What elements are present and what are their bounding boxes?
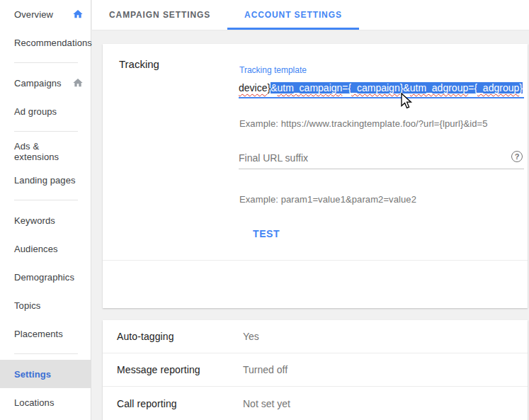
sidebar-item-label: Ad groups	[14, 106, 57, 117]
sidebar-item-label: Ads & extensions	[14, 141, 84, 162]
sidebar-item-label: Keywords	[14, 215, 55, 226]
account-settings-card: Auto-tagging Yes Message reporting Turne…	[103, 320, 528, 420]
final-url-suffix-example: Example: param1=value1&param2=value2	[239, 194, 416, 205]
input-text-part: _campaign	[351, 82, 400, 93]
sidebar-nav: Overview Recommendations Campaigns Ad gr…	[0, 0, 91, 420]
input-text-part: &	[271, 82, 277, 93]
sidebar-item-demographics[interactable]: Demographics	[0, 263, 91, 291]
tracking-card: Tracking Tracking template device}&utm_c…	[103, 44, 528, 308]
sidebar-divider	[14, 353, 78, 354]
tab-account-settings[interactable]: ACCOUNT SETTINGS	[227, 0, 359, 30]
sidebar-item-audiences[interactable]: Audiences	[0, 234, 91, 263]
home-icon	[72, 8, 84, 20]
settings-tab-bar: CAMPAIGN SETTINGS ACCOUNT SETTINGS	[92, 0, 529, 30]
sidebar-item-locations[interactable]: Locations	[0, 388, 91, 416]
final-url-suffix-field[interactable]: Final URL suffix ?	[239, 149, 524, 169]
help-icon[interactable]: ?	[511, 151, 523, 162]
sidebar-item-campaigns[interactable]: Campaigns	[0, 69, 91, 97]
card-divider	[103, 260, 528, 261]
sidebar-item-keywords[interactable]: Keywords	[0, 206, 91, 234]
input-text-part: ={	[468, 82, 477, 93]
sidebar-item-label: Landing pages	[14, 175, 76, 186]
home-icon	[72, 77, 84, 89]
input-text-part: _adgroup	[477, 82, 519, 93]
setting-value: Not set yet	[243, 398, 290, 409]
sidebar-item-label: Placements	[14, 329, 63, 339]
sidebar-item-overview[interactable]: Overview	[0, 0, 91, 28]
sidebar-item-landing-pages[interactable]: Landing pages	[0, 166, 91, 194]
auto-tagging-row[interactable]: Auto-tagging Yes	[103, 320, 528, 353]
input-text-part: device	[239, 82, 267, 93]
sidebar-item-label: Locations	[14, 397, 55, 408]
tracking-template-example: Example: https://www.trackingtemplate.fo…	[239, 118, 488, 129]
sidebar-item-ad-groups[interactable]: Ad groups	[0, 97, 91, 125]
sidebar-item-topics[interactable]: Topics	[0, 291, 91, 319]
test-button[interactable]: TEST	[241, 221, 291, 246]
sidebar-item-placements[interactable]: Placements	[0, 319, 91, 348]
google-ads-settings-page: Overview Recommendations Campaigns Ad gr…	[0, 0, 529, 420]
sidebar-item-recommendations[interactable]: Recommendations	[0, 28, 91, 57]
call-reporting-row[interactable]: Call reporting Not set yet	[103, 387, 528, 420]
sidebar-item-label: Settings	[14, 369, 51, 380]
tracking-section-title: Tracking	[119, 58, 159, 70]
input-text-part: ={	[342, 82, 351, 93]
sidebar-item-label: Topics	[14, 300, 40, 311]
sidebar-item-label: Recommendations	[14, 38, 92, 48]
tracking-template-label: Tracking template	[239, 65, 307, 75]
tracking-template-input[interactable]: device}&utm_campaign={_campaign}&utm_adg…	[239, 79, 524, 98]
setting-value: Yes	[243, 331, 259, 342]
tab-campaign-settings[interactable]: CAMPAIGN SETTINGS	[92, 0, 227, 30]
sidebar-item-label: Overview	[14, 9, 53, 20]
final-url-suffix-placeholder: Final URL suffix	[239, 152, 308, 164]
input-text-part: utm_campaign	[278, 82, 343, 93]
setting-label: Message reporting	[117, 364, 243, 375]
sidebar-item-label: Audiences	[14, 244, 58, 254]
sidebar-divider	[14, 200, 78, 200]
sidebar-item-settings[interactable]: Settings	[0, 360, 91, 388]
sidebar-item-label: Demographics	[14, 272, 74, 283]
sidebar-item-label: Campaigns	[14, 78, 62, 89]
sidebar-divider	[14, 131, 78, 132]
input-text-part: utm_adgroup	[410, 82, 469, 93]
sidebar-divider	[14, 62, 78, 63]
message-reporting-row[interactable]: Message reporting Turned off	[103, 353, 528, 387]
sidebar-item-ads-extensions[interactable]: Ads & extensions	[0, 137, 91, 166]
setting-label: Call reporting	[117, 398, 243, 409]
setting-value: Turned off	[243, 364, 288, 375]
input-text-part: }	[519, 82, 523, 93]
input-text-part: }&	[400, 82, 410, 93]
setting-label: Auto-tagging	[117, 331, 243, 342]
